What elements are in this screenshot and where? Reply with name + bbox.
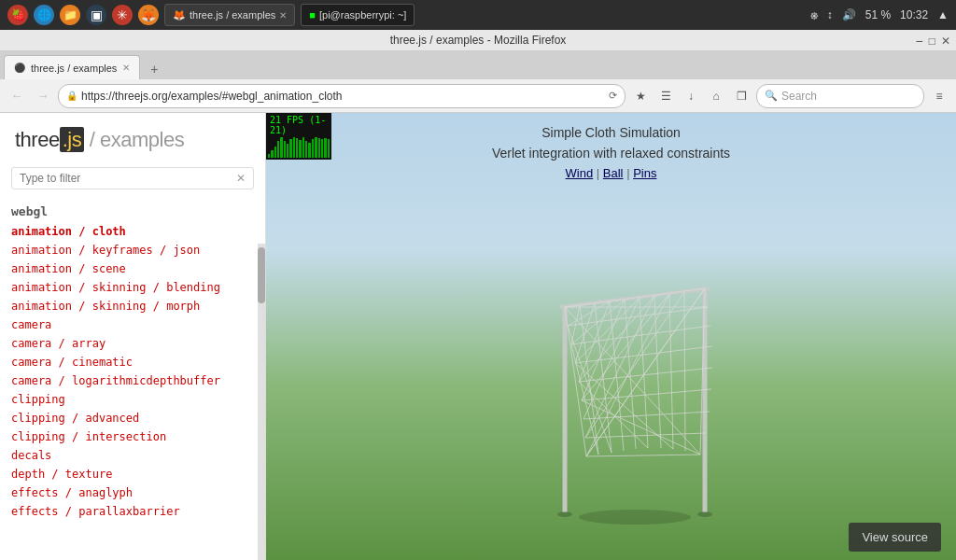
fps-label: 21 FPS (1-21) <box>266 113 331 137</box>
svg-point-44 <box>579 510 691 525</box>
filter-input[interactable] <box>20 172 236 185</box>
sidebar-list: animation / clothanimation / keyframes /… <box>0 222 265 560</box>
svg-line-3 <box>565 288 705 307</box>
svg-line-6 <box>575 346 712 363</box>
sidebar-scrollbar-thumb[interactable] <box>258 247 265 303</box>
restore-btn[interactable]: □ <box>929 35 935 48</box>
filter-box[interactable]: ✕ <box>11 167 254 189</box>
up-arrow-icon[interactable]: ▲ <box>937 8 949 21</box>
firefox-small-icon: 🦊 <box>173 9 186 21</box>
close-btn[interactable]: ✕ <box>941 35 950 48</box>
separator1: | <box>597 166 603 180</box>
menu-button[interactable]: ≡ <box>928 85 950 107</box>
sidebar-item[interactable]: camera / array <box>0 334 265 353</box>
active-tab[interactable]: ⚫ three.js / examples ✕ <box>4 55 140 79</box>
address-bar[interactable]: 🔒 https://threejs.org/examples/#webgl_an… <box>58 84 626 108</box>
section-label: webgl <box>0 197 265 222</box>
search-placeholder: Search <box>781 90 817 103</box>
taskbar-right: ⎈ ↕ 🔊 51 % 10:32 ▲ <box>810 7 949 22</box>
fps-bar <box>274 147 276 158</box>
svg-line-19 <box>669 294 673 449</box>
sidebar-scrollbar[interactable] <box>258 244 265 560</box>
filter-clear-icon[interactable]: ✕ <box>236 172 246 185</box>
back-button[interactable]: ← <box>6 85 28 107</box>
search-icon: 🔍 <box>765 90 778 102</box>
svg-line-10 <box>585 433 705 438</box>
taskbar-close-icon[interactable]: ✕ <box>279 10 287 21</box>
sidebar-item[interactable]: camera / cinematic <box>0 353 265 371</box>
sidebar-item[interactable]: camera / logarithmicdepthbuffer <box>0 371 265 390</box>
browser-tabs: ⚫ three.js / examples ✕ + <box>0 51 956 79</box>
firefox-icon[interactable]: 🦊 <box>138 5 159 25</box>
forward-button[interactable]: → <box>32 85 54 107</box>
view-source-button[interactable]: View source <box>849 523 941 552</box>
bluetooth-icon[interactable]: ⎈ <box>810 7 818 22</box>
sidebar-item[interactable]: clipping / intersection <box>0 427 265 446</box>
reload-button[interactable]: ⟳ <box>609 90 617 102</box>
sidebar-item[interactable]: animation / scene <box>0 259 265 278</box>
tab-close-icon[interactable]: ✕ <box>122 63 130 73</box>
home-button[interactable]: ⌂ <box>705 85 727 107</box>
terminal-icon[interactable]: ▣ <box>86 5 106 25</box>
svg-line-14 <box>595 303 612 453</box>
sidebar-item[interactable]: animation / skinning / blending <box>0 278 265 297</box>
main-content: three.js / examples ✕ webgl animation / … <box>0 113 956 560</box>
sidebar-item[interactable]: decals <box>0 446 265 465</box>
reader-mode-button[interactable]: ☰ <box>654 85 677 107</box>
terminal-taskbar-btn[interactable]: ■ [pi@raspberrypi: ~] <box>301 4 415 26</box>
svg-line-32 <box>579 301 610 382</box>
download-button[interactable]: ↓ <box>680 85 702 107</box>
raspberry-icon[interactable]: 🍓 <box>7 5 28 25</box>
wolfram-icon[interactable]: ✳ <box>112 5 133 25</box>
title-line2: Verlet integration with relaxed constrai… <box>266 143 956 163</box>
search-box[interactable]: 🔍 Search <box>756 84 924 108</box>
sidebar-item[interactable]: clipping <box>0 390 265 409</box>
volume-icon[interactable]: 🔊 <box>842 8 856 21</box>
cloth-scene <box>266 188 956 560</box>
fps-bar <box>271 150 273 158</box>
sidebar-item[interactable]: depth / texture <box>0 465 265 483</box>
fps-bar <box>305 141 307 158</box>
svg-line-40 <box>579 296 654 382</box>
terminal-taskbar-label: [pi@raspberrypi: ~] <box>319 9 406 21</box>
browser-taskbar-btn[interactable]: 🦊 three.js / examples ✕ <box>164 4 295 26</box>
lock-icon: 🔒 <box>66 91 77 101</box>
sidebar: three.js / examples ✕ webgl animation / … <box>0 113 266 560</box>
battery-label: 51 % <box>865 8 891 21</box>
sidebar-item[interactable]: camera <box>0 315 265 334</box>
demo-area: 21 FPS (1-21) Simple Cloth Simulation Ve… <box>266 113 956 560</box>
sidebar-item[interactable]: clipping / advanced <box>0 409 265 427</box>
taskbar: 🍓 🌐 📁 ▣ ✳ 🦊 🦊 three.js / examples ✕ ■ [p… <box>0 0 956 30</box>
new-tab-button[interactable]: + <box>144 59 164 79</box>
pins-link[interactable]: Pins <box>633 166 656 180</box>
pocket-button[interactable]: ❒ <box>730 85 752 107</box>
sidebar-title: three.js / examples <box>15 128 250 152</box>
fps-bar <box>268 154 270 158</box>
demo-links: Wind | Ball | Pins <box>266 164 956 184</box>
sidebar-item[interactable]: animation / skinning / morph <box>0 297 265 315</box>
browser-title: three.js / examples - Mozilla Firefox <box>390 34 567 47</box>
wind-link[interactable]: Wind <box>566 166 594 180</box>
sidebar-item[interactable]: effects / anaglyph <box>0 483 265 502</box>
examples-label: / examples <box>90 128 184 151</box>
folder-icon[interactable]: 📁 <box>60 5 80 25</box>
bookmark-star-button[interactable]: ★ <box>629 85 652 107</box>
cloth-svg <box>415 214 808 540</box>
svg-line-11 <box>586 455 700 456</box>
sidebar-item[interactable]: animation / keyframes / json <box>0 241 265 259</box>
fps-bar <box>312 139 314 158</box>
tab-favicon: ⚫ <box>14 63 25 73</box>
fps-bar <box>287 144 288 158</box>
svg-point-45 <box>557 511 572 517</box>
demo-title: Simple Cloth Simulation Verlet integrati… <box>266 122 956 184</box>
clock: 10:32 <box>900 8 928 21</box>
sidebar-item[interactable]: animation / cloth <box>0 222 265 241</box>
address-text: https://threejs.org/examples/#webgl_anim… <box>81 90 605 103</box>
ball-link[interactable]: Ball <box>603 166 624 180</box>
network-icon[interactable]: ↕ <box>827 8 833 21</box>
browser-taskbar-label: three.js / examples <box>190 9 275 21</box>
globe-icon[interactable]: 🌐 <box>34 5 54 25</box>
svg-point-46 <box>697 511 712 517</box>
minimize-btn[interactable]: − <box>916 34 923 49</box>
sidebar-item[interactable]: effects / parallaxbarrier <box>0 502 265 521</box>
